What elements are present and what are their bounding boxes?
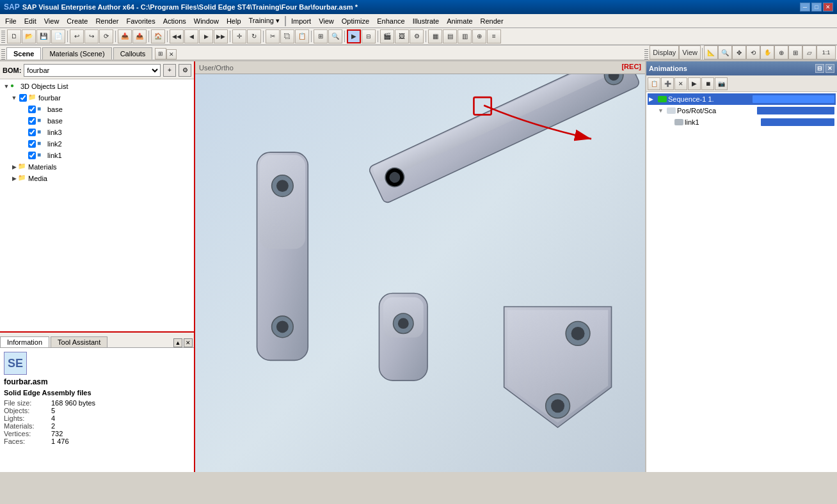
tb-fwd2[interactable]: ▶▶ xyxy=(214,29,228,43)
tb2-move[interactable]: ✥ xyxy=(732,45,746,59)
bom-add-btn[interactable]: + xyxy=(163,64,176,77)
tb-render2[interactable]: 🖼 xyxy=(395,29,409,43)
tb2-wireframe[interactable]: ▱ xyxy=(802,45,817,59)
tb2-orbit[interactable]: ⟲ xyxy=(746,45,760,59)
menu-optimize[interactable]: Optimize xyxy=(338,16,373,26)
materials-toggle[interactable]: ▶ xyxy=(10,163,18,171)
link1-checkbox[interactable] xyxy=(28,152,36,159)
tb-paste[interactable]: 📋 xyxy=(295,29,309,43)
root-toggle-icon[interactable]: ▼ xyxy=(3,83,10,90)
tb-undo[interactable]: ↩ xyxy=(70,29,84,43)
tb2-fitall[interactable]: ⊞ xyxy=(788,45,802,59)
tree-item-media[interactable]: ▶ 📁 Media xyxy=(1,173,193,184)
tab-materials[interactable]: Materials (Scene) xyxy=(42,47,111,59)
tb2-display[interactable]: Display xyxy=(650,45,679,59)
menu-file[interactable]: File xyxy=(1,16,20,26)
fourbar-toggle[interactable]: ▼ xyxy=(10,94,18,102)
link3-checkbox[interactable] xyxy=(28,129,36,136)
menu-view2[interactable]: View xyxy=(315,16,338,26)
tb2-scale[interactable]: 1:1 xyxy=(817,45,836,59)
anim-tb-record[interactable]: 📷 xyxy=(715,77,728,90)
anim-tb-stop[interactable]: ⏹ xyxy=(701,77,714,90)
tb-zoom-in[interactable]: 🔍 xyxy=(328,29,342,43)
tb-render3[interactable]: ⚙ xyxy=(410,29,424,43)
anim-posrotscale-node[interactable]: ▼ Pos/Rot/Sca xyxy=(648,105,836,116)
media-toggle[interactable]: ▶ xyxy=(10,175,18,182)
menu-training[interactable]: Training ▾ xyxy=(245,15,283,26)
anim-sequence-node[interactable]: ▶ Sequence-1 1. xyxy=(648,93,836,105)
tb-select[interactable]: ✛ xyxy=(232,29,246,43)
tb2-pan[interactable]: ✋ xyxy=(760,45,774,59)
tab-close-btn[interactable]: ✕ xyxy=(166,49,177,59)
tb-save[interactable]: 💾 xyxy=(36,29,51,43)
close-button[interactable]: ✕ xyxy=(823,3,833,12)
tb2-view[interactable]: View xyxy=(679,45,701,59)
tb-render1[interactable]: 🎬 xyxy=(380,29,394,43)
tb-save-as[interactable]: 📄 xyxy=(51,29,65,43)
tb-home[interactable]: 🏠 xyxy=(151,29,165,43)
info-float-btn[interactable]: ▲ xyxy=(173,338,182,347)
tb-zoom-fit[interactable]: ⊞ xyxy=(314,29,328,43)
menu-render2[interactable]: Render xyxy=(477,16,507,26)
fourbar-checkbox[interactable] xyxy=(19,94,27,102)
minimize-button[interactable]: ─ xyxy=(800,3,810,12)
tree-item-fourbar[interactable]: ▼ 📁 fourbar xyxy=(1,92,193,104)
menu-enhance[interactable]: Enhance xyxy=(373,16,408,26)
link2-checkbox[interactable] xyxy=(28,140,36,148)
menu-render[interactable]: Render xyxy=(92,16,122,26)
tb-export[interactable]: 📤 xyxy=(132,29,147,43)
tb-anim2[interactable]: ⊟ xyxy=(362,29,376,43)
tb-open[interactable]: 📂 xyxy=(22,29,36,43)
base2-checkbox[interactable] xyxy=(28,117,36,125)
tree-item-base1[interactable]: ▶ ■ base xyxy=(1,104,193,115)
tree-item-base2[interactable]: ▶ ■ base xyxy=(1,115,193,127)
info-close-btn[interactable]: ✕ xyxy=(184,338,193,347)
tb2-btn1[interactable]: 📐 xyxy=(704,45,718,59)
tb-animate-highlighted[interactable]: ▶ xyxy=(347,29,361,43)
info-tab-information[interactable]: Information xyxy=(0,336,49,347)
tree-item-link2[interactable]: ▶ ■ link2 xyxy=(1,138,193,150)
menu-window[interactable]: Window xyxy=(190,16,223,26)
tree-item-link3[interactable]: ▶ ■ link3 xyxy=(1,127,193,138)
menu-import[interactable]: Import xyxy=(287,16,315,26)
anim-tb-delete[interactable]: ✕ xyxy=(674,77,687,90)
bom-select[interactable]: fourbar xyxy=(24,64,161,77)
tb-cut[interactable]: ✂ xyxy=(266,29,280,43)
anim-tb-btn2[interactable]: ➕ xyxy=(661,77,674,90)
tb-import[interactable]: 📥 xyxy=(118,29,132,43)
tb-extra3[interactable]: ▥ xyxy=(458,29,472,43)
tree-item-materials[interactable]: ▶ 📁 Materials xyxy=(1,161,193,173)
anim-link1-node[interactable]: link1 xyxy=(648,116,836,128)
tb-rotate[interactable]: ↻ xyxy=(247,29,261,43)
menu-favorites[interactable]: Favorites xyxy=(122,16,159,26)
bom-settings-btn[interactable]: ⚙ xyxy=(179,64,191,77)
tb-new[interactable]: 🗋 xyxy=(7,29,21,43)
tb-extra2[interactable]: ▤ xyxy=(443,29,457,43)
tb-undo2[interactable]: ◀◀ xyxy=(170,29,184,43)
menu-animate[interactable]: Animate xyxy=(443,16,476,26)
tree-root[interactable]: ▼ ● 3D Objects List xyxy=(1,81,193,92)
tb-fwd[interactable]: ▶ xyxy=(199,29,213,43)
tb-back[interactable]: ◀ xyxy=(184,29,198,43)
menu-create[interactable]: Create xyxy=(63,16,92,26)
tb-extra5[interactable]: ≡ xyxy=(487,29,501,43)
tb-refresh[interactable]: ⟳ xyxy=(99,29,113,43)
menu-actions[interactable]: Actions xyxy=(159,16,190,26)
menu-help[interactable]: Help xyxy=(223,16,245,26)
tb-extra1[interactable]: ▦ xyxy=(428,29,442,43)
anim-float-btn[interactable]: ⊟ xyxy=(815,64,824,73)
info-tab-tool-assistant[interactable]: Tool Assistant xyxy=(51,336,108,347)
menu-view[interactable]: View xyxy=(40,16,63,26)
maximize-button[interactable]: □ xyxy=(811,3,822,12)
anim-tb-play[interactable]: ▶ xyxy=(688,77,701,90)
tb2-zoom[interactable]: ⊕ xyxy=(774,45,788,59)
tb-redo[interactable]: ↪ xyxy=(84,29,99,43)
menu-illustrate[interactable]: Illustrate xyxy=(409,16,443,26)
tb2-btn2[interactable]: 🔍 xyxy=(718,45,732,59)
menu-edit[interactable]: Edit xyxy=(20,16,40,26)
tab-extra-btn1[interactable]: ⊞ xyxy=(155,48,166,59)
scene-content[interactable] xyxy=(195,74,645,472)
tb-extra4[interactable]: ⊕ xyxy=(472,29,486,43)
tree-item-link1[interactable]: ▶ ■ link1 xyxy=(1,150,193,161)
3d-viewport[interactable]: User/Ortho [REC] xyxy=(195,61,645,472)
